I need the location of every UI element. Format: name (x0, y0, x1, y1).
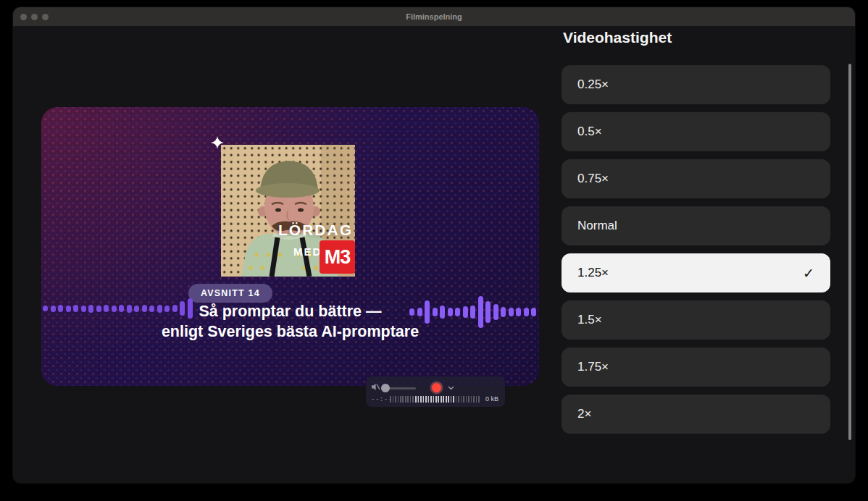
waveform-bar (478, 296, 483, 328)
checkmark-icon: ✓ (803, 265, 814, 282)
waveform-bar (509, 308, 514, 316)
waveform-bar (172, 305, 178, 312)
waveform-bar (455, 308, 460, 316)
speed-option-label: 0.75× (577, 172, 609, 186)
waveform-bar (58, 305, 63, 312)
speed-option-label: Normal (577, 219, 617, 233)
speed-option-normal[interactable]: Normal (562, 206, 830, 245)
speed-option-label: 1.5× (577, 313, 602, 327)
waveform-bar (112, 306, 117, 312)
zoom-button[interactable] (42, 14, 49, 20)
waveform-bar (142, 305, 147, 312)
close-button[interactable] (20, 14, 27, 20)
waveform-bar (43, 306, 48, 311)
waveform-left (43, 293, 193, 324)
waveform-bar (134, 306, 139, 312)
waveform-bar (164, 306, 170, 312)
speed-option-0_5x[interactable]: 0.5× (562, 112, 830, 151)
window-title: Filminspelning (406, 12, 462, 21)
waveform-bar (73, 305, 78, 312)
waveform-bar (470, 306, 475, 319)
waveform-bar (501, 307, 506, 317)
record-button[interactable] (432, 383, 441, 392)
waveform-bar (463, 306, 468, 318)
speed-panel-title: Videohastighet (563, 29, 672, 46)
audio-level-meter (390, 396, 481, 403)
video-thumbnail: LÖRDAG MED M3 AVSNITT 14 Så promptar du … (41, 107, 539, 386)
waveform-right (409, 295, 539, 329)
waveform-bar (440, 306, 445, 319)
speed-option-2x[interactable]: 2× (562, 395, 830, 434)
speed-option-label: 1.75× (577, 360, 609, 374)
speed-option-1_5x[interactable]: 1.5× (562, 300, 830, 340)
waveform-bar (493, 304, 498, 320)
speed-option-0_25x[interactable]: 0.25× (562, 65, 830, 104)
waveform-bar (119, 305, 124, 312)
traffic-lights (20, 7, 49, 26)
waveform-bar (180, 301, 185, 316)
waveform-bar (149, 306, 154, 312)
waveform-bar (433, 308, 438, 316)
photo-overlay-lordag: LÖRDAG (278, 222, 353, 239)
waveform-bar (448, 308, 453, 316)
speed-option-label: 0.5× (577, 125, 602, 139)
speed-options-list: 0.25×0.5×0.75×Normal1.25×✓1.5×1.75×2× (562, 65, 830, 442)
volume-slider-knob[interactable] (381, 384, 390, 392)
speed-option-label: 1.25× (577, 266, 609, 280)
recording-controls: --:-- 0 kB (366, 376, 505, 407)
speed-option-1_25x[interactable]: 1.25×✓ (562, 253, 830, 292)
waveform-bar (96, 306, 101, 312)
waveform-bar (539, 308, 540, 316)
chevron-down-icon[interactable] (448, 386, 454, 390)
recording-size: 0 kB (485, 395, 498, 403)
waveform-bar (409, 308, 414, 316)
minimize-button[interactable] (31, 14, 38, 20)
waveform-bar (51, 306, 56, 312)
screen: Filminspelning (0, 0, 868, 501)
waveform-bar (524, 308, 529, 316)
waveform-bar (157, 305, 162, 313)
speed-option-label: 0.25× (577, 77, 609, 92)
audio-level-meter-active (415, 396, 455, 403)
waveform-bar (485, 301, 491, 323)
muted-speaker-icon[interactable] (372, 383, 380, 391)
waveform-bar (81, 306, 86, 312)
speed-option-label: 2× (577, 407, 591, 421)
speed-option-0_75x[interactable]: 0.75× (562, 159, 830, 198)
waveform-bar (188, 298, 193, 319)
waveform-bar (425, 300, 430, 324)
host-photo: LÖRDAG MED M3 (221, 145, 355, 277)
recording-window: Filminspelning (13, 7, 855, 483)
waveform-bar (104, 305, 109, 312)
waveform-bar (88, 305, 93, 313)
speed-option-1_75x[interactable]: 1.75× (562, 348, 830, 387)
scrollbar[interactable] (848, 64, 851, 440)
waveform-bar (66, 306, 71, 312)
photo-overlay-med: MED (293, 245, 322, 258)
window-titlebar: Filminspelning (13, 7, 855, 26)
episode-badge: AVSNITT 14 (188, 284, 272, 303)
waveform-bar (127, 305, 132, 313)
waveform-bar (531, 308, 536, 316)
waveform-bar (417, 308, 422, 316)
waveform-bar (516, 308, 521, 316)
m3-logo: M3 (320, 240, 355, 274)
